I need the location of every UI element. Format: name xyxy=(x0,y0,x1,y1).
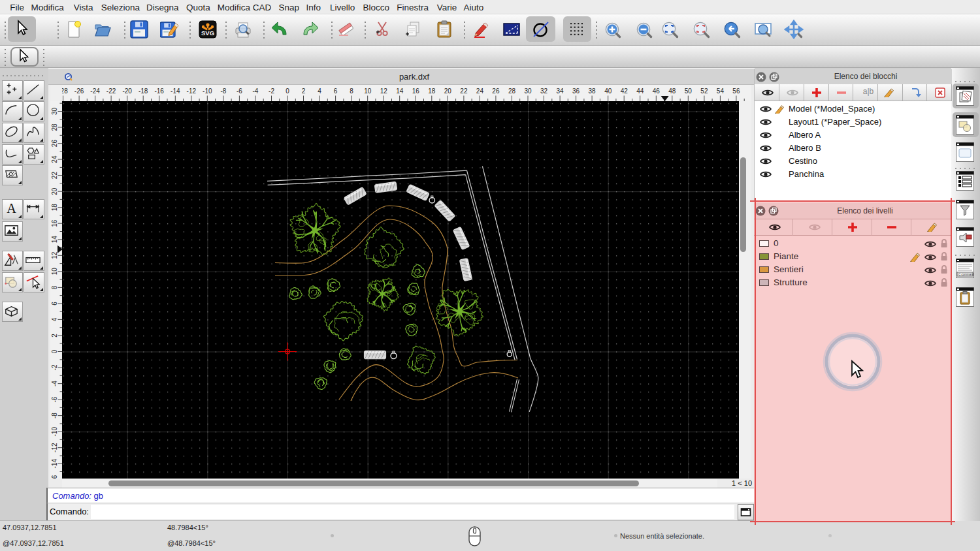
svg-text:-14: -14 xyxy=(51,459,58,469)
svg-text:-20: -20 xyxy=(122,87,132,95)
svg-text:8: 8 xyxy=(51,285,58,289)
svg-text:42: 42 xyxy=(621,87,629,95)
svg-text:0: 0 xyxy=(51,349,58,353)
svg-text:14: 14 xyxy=(51,236,58,244)
svg-text:-26: -26 xyxy=(74,87,84,95)
svg-text:26: 26 xyxy=(51,140,58,148)
svg-text:20: 20 xyxy=(51,187,58,195)
svg-text:-2: -2 xyxy=(269,87,274,95)
svg-text:-4: -4 xyxy=(252,87,258,95)
svg-text:18: 18 xyxy=(428,87,436,95)
svg-text:-12: -12 xyxy=(187,87,197,95)
svg-text:C command: C command xyxy=(958,273,974,276)
svg-text:10: 10 xyxy=(364,87,372,95)
svg-text:6: 6 xyxy=(334,87,338,95)
svg-text:-2: -2 xyxy=(51,364,58,370)
svg-text:28: 28 xyxy=(51,123,58,131)
svg-text:10: 10 xyxy=(51,268,58,276)
svg-text:24: 24 xyxy=(51,155,58,163)
svg-text:A: A xyxy=(7,201,16,215)
svg-text:28: 28 xyxy=(508,87,516,95)
svg-text:34: 34 xyxy=(557,87,564,95)
svg-text:24: 24 xyxy=(476,87,484,95)
svg-text:SVG: SVG xyxy=(201,29,214,37)
svg-text:44: 44 xyxy=(636,87,644,95)
svg-text:-28: -28 xyxy=(62,87,68,95)
svg-text:2: 2 xyxy=(51,334,58,338)
svg-text:4: 4 xyxy=(318,87,321,95)
svg-text:36: 36 xyxy=(572,87,580,95)
svg-text:-12: -12 xyxy=(51,443,58,452)
svg-text:-8: -8 xyxy=(220,87,226,95)
svg-text:8: 8 xyxy=(350,87,353,95)
svg-text:52: 52 xyxy=(700,87,708,95)
svg-text:12: 12 xyxy=(380,87,388,95)
svg-text:22: 22 xyxy=(51,172,58,180)
svg-text:56: 56 xyxy=(732,87,740,95)
svg-text:50: 50 xyxy=(685,87,693,95)
svg-text:4: 4 xyxy=(51,317,58,321)
svg-text:-8: -8 xyxy=(51,413,58,418)
svg-text:14: 14 xyxy=(396,87,404,95)
svg-text:16: 16 xyxy=(412,87,420,95)
svg-text:-4: -4 xyxy=(51,381,58,386)
svg-text:-24: -24 xyxy=(90,87,100,95)
svg-text:-14: -14 xyxy=(171,87,180,95)
svg-text:-16: -16 xyxy=(154,87,164,95)
svg-text:2: 2 xyxy=(302,87,306,95)
svg-text:-10: -10 xyxy=(203,87,212,95)
svg-text:20: 20 xyxy=(444,87,452,95)
svg-text:16: 16 xyxy=(51,219,58,227)
svg-text:-18: -18 xyxy=(139,87,148,95)
svg-text:26: 26 xyxy=(492,87,500,95)
svg-text:-10: -10 xyxy=(51,427,58,437)
svg-text:-6: -6 xyxy=(237,87,242,95)
svg-text:32: 32 xyxy=(540,87,548,95)
svg-text:40: 40 xyxy=(604,87,612,95)
svg-text:22: 22 xyxy=(460,87,468,95)
svg-text:0: 0 xyxy=(286,87,289,95)
svg-text:12: 12 xyxy=(51,251,58,259)
svg-text:30: 30 xyxy=(524,87,532,95)
svg-text:30: 30 xyxy=(51,108,58,116)
svg-text:46: 46 xyxy=(653,87,661,95)
svg-text:-22: -22 xyxy=(106,87,116,95)
svg-text:6: 6 xyxy=(51,302,58,306)
svg-text:54: 54 xyxy=(717,87,725,95)
svg-text:18: 18 xyxy=(51,204,58,212)
svg-text:48: 48 xyxy=(668,87,676,95)
svg-text:-6: -6 xyxy=(51,396,58,402)
svg-text:38: 38 xyxy=(589,87,596,95)
